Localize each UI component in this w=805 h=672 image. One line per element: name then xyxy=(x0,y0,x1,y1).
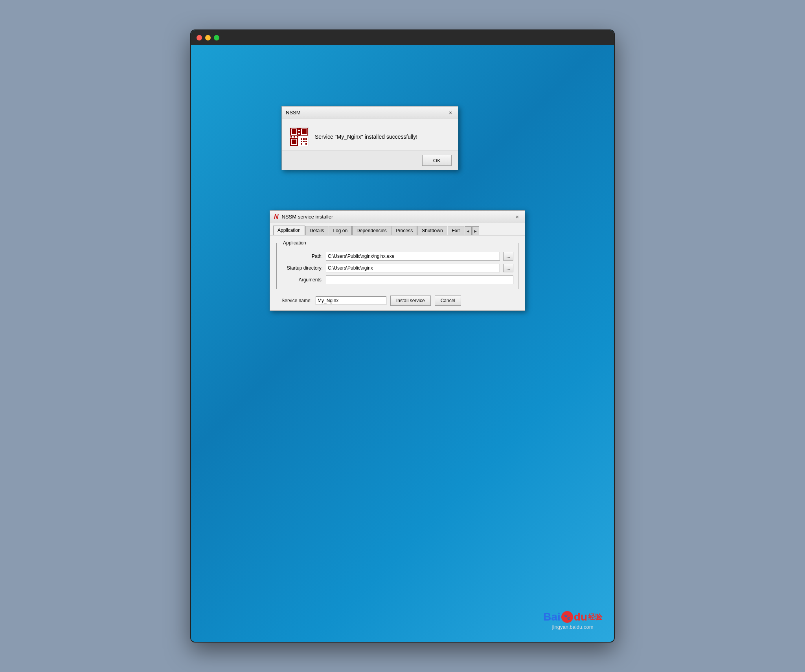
arguments-label: Arguments: xyxy=(281,277,323,283)
svg-rect-2 xyxy=(292,129,296,134)
baidu-experience-text: 经验 xyxy=(588,612,602,622)
tab-details[interactable]: Details xyxy=(305,226,329,235)
svg-rect-19 xyxy=(298,134,300,136)
tab-dependencies[interactable]: Dependencies xyxy=(352,226,391,235)
baidu-du: du xyxy=(574,611,587,623)
nssm-dialog-title: NSSM xyxy=(286,110,301,116)
svg-rect-15 xyxy=(298,128,300,130)
nssm-dialog-footer: OK xyxy=(282,151,458,170)
tab-application[interactable]: Application xyxy=(273,226,305,235)
nssm-success-dialog: NSSM × xyxy=(281,106,458,170)
service-name-row: Service name: Install service Cancel xyxy=(276,296,518,306)
svg-rect-4 xyxy=(302,129,307,134)
mac-close-button[interactable] xyxy=(197,35,202,40)
svg-rect-18 xyxy=(294,136,295,138)
service-name-label: Service name: xyxy=(276,298,312,303)
svg-rect-6 xyxy=(292,140,296,144)
baidu-bai: Bai xyxy=(543,611,561,623)
svg-rect-16 xyxy=(290,136,292,138)
tab-shutdown[interactable]: Shutdown xyxy=(417,226,447,235)
arguments-row: Arguments: xyxy=(281,275,513,284)
path-label: Path: xyxy=(281,253,323,259)
svg-rect-9 xyxy=(305,138,307,140)
mac-maximize-button[interactable] xyxy=(214,35,219,40)
svg-rect-17 xyxy=(298,131,300,133)
service-name-input[interactable] xyxy=(316,296,386,305)
svg-rect-10 xyxy=(301,141,302,142)
baidu-subtitle: jingyan.baidu.com xyxy=(543,624,602,630)
tab-nav-prev[interactable]: ◄ xyxy=(465,226,472,235)
tab-nav-next[interactable]: ► xyxy=(472,226,479,235)
svg-rect-14 xyxy=(305,143,307,145)
svg-rect-7 xyxy=(301,138,302,140)
svg-rect-12 xyxy=(305,141,307,142)
svg-rect-20 xyxy=(297,136,298,138)
svg-rect-8 xyxy=(303,138,305,140)
startup-input[interactable] xyxy=(326,264,500,272)
tab-logon[interactable]: Log on xyxy=(329,226,352,235)
browse-startup-button[interactable]: ... xyxy=(503,264,513,272)
nssm-installer-window: N NSSM service installer × Application D… xyxy=(270,210,525,311)
nssm-dialog-body: Service "My_Nginx" installed successfull… xyxy=(282,119,458,151)
tab-process[interactable]: Process xyxy=(391,226,417,235)
tabs-bar: Application Details Log on Dependencies … xyxy=(270,223,525,235)
qr-icon xyxy=(290,127,309,146)
mac-window: NSSM × xyxy=(190,29,615,643)
nssm-installer-close-button[interactable]: × xyxy=(513,213,522,221)
installer-title-left: N NSSM service installer xyxy=(274,213,333,220)
nssm-n-logo: N xyxy=(274,213,279,220)
nssm-ok-button[interactable]: OK xyxy=(422,155,452,166)
svg-rect-13 xyxy=(301,143,302,145)
nssm-dialog-close-button[interactable]: × xyxy=(446,108,455,117)
installer-title-text: NSSM service installer xyxy=(282,214,333,220)
startup-label: Startup directory: xyxy=(281,265,323,271)
path-row: Path: ... xyxy=(281,252,513,261)
baidu-paw-icon: 🐾 xyxy=(561,611,573,623)
tab-exit[interactable]: Exit xyxy=(448,226,464,235)
mac-titlebar xyxy=(191,30,614,45)
cancel-button[interactable]: Cancel xyxy=(435,296,461,306)
desktop: NSSM × xyxy=(191,45,614,642)
svg-rect-11 xyxy=(303,141,305,142)
nssm-installer-titlebar: N NSSM service installer × xyxy=(270,211,525,223)
mac-minimize-button[interactable] xyxy=(205,35,211,40)
browse-path-button[interactable]: ... xyxy=(503,252,513,261)
nssm-success-message: Service "My_Nginx" installed successfull… xyxy=(315,134,417,140)
nssm-dialog-titlebar: NSSM × xyxy=(282,106,458,119)
baidu-watermark: Bai 🐾 du 经验 jingyan.baidu.com xyxy=(543,611,602,630)
installer-body: Application Path: ... Startup directory:… xyxy=(270,235,525,310)
application-fieldset: Application Path: ... Startup directory:… xyxy=(276,240,518,289)
path-input[interactable] xyxy=(326,252,500,261)
install-service-button[interactable]: Install service xyxy=(390,296,431,306)
startup-row: Startup directory: ... xyxy=(281,264,513,272)
application-legend: Application xyxy=(281,240,308,246)
arguments-input[interactable] xyxy=(326,275,513,284)
baidu-logo: Bai 🐾 du 经验 xyxy=(543,611,602,623)
